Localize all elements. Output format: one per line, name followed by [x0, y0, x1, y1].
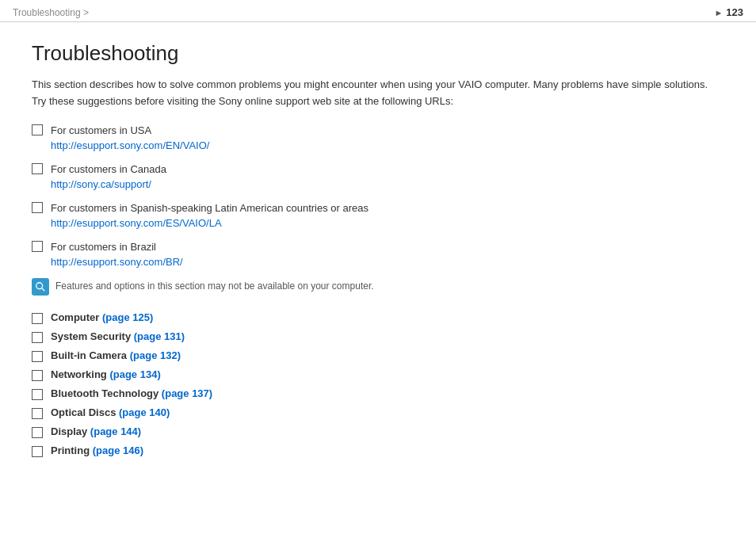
svg-line-1 [42, 288, 45, 291]
support-link-label: For customers in Spanish-speaking Latin … [51, 202, 368, 214]
nav-item-label: Printing (page 146) [51, 444, 143, 456]
nav-item-label: Computer (page 125) [51, 311, 153, 323]
checkbox-icon [32, 427, 43, 438]
checkbox-icon [32, 389, 43, 400]
support-link-label: For customers in USA [51, 124, 151, 136]
nav-item-label: Built-in Camera (page 132) [51, 349, 181, 361]
checkbox-icon [32, 351, 43, 362]
nav-item: Built-in Camera (page 132) [32, 349, 724, 362]
note-section: Features and options in this section may… [32, 278, 724, 296]
checkbox-icon [32, 313, 43, 324]
nav-item: Display (page 144) [32, 425, 724, 438]
magnifier-icon [35, 281, 46, 292]
svg-point-0 [36, 282, 43, 288]
nav-item-page-link[interactable]: (page 125) [102, 311, 153, 323]
note-text: Features and options in this section may… [55, 280, 374, 292]
nav-item-page-link[interactable]: (page 140) [119, 406, 170, 418]
nav-item-page-link[interactable]: (page 131) [134, 330, 185, 342]
nav-item-page-link[interactable]: (page 134) [109, 368, 160, 380]
nav-item-label: Networking (page 134) [51, 368, 161, 380]
checkbox-icon [32, 163, 43, 174]
nav-item-page-link[interactable]: (page 137) [162, 387, 212, 399]
nav-item: Optical Discs (page 140) [32, 406, 724, 419]
main-content: Troubleshooting This section describes h… [0, 22, 756, 487]
list-item-content: For customers in Canadahttp://sony.ca/su… [51, 162, 166, 193]
list-item: For customers in Brazilhttp://esupport.s… [32, 239, 724, 270]
nav-item: Computer (page 125) [32, 311, 724, 324]
nav-item-page-link[interactable]: (page 144) [90, 425, 141, 437]
support-link-label: For customers in Brazil [51, 241, 156, 253]
list-item-content: For customers in Brazilhttp://esupport.s… [51, 239, 183, 270]
nav-item-label: System Security (page 131) [51, 330, 185, 342]
support-url[interactable]: http://esupport.sony.com/EN/VAIO/ [51, 139, 209, 151]
note-icon [32, 278, 49, 296]
checkbox-icon [32, 408, 43, 419]
support-link-label: For customers in Canada [51, 163, 166, 175]
list-item: For customers in Canadahttp://sony.ca/su… [32, 162, 724, 193]
nav-item-label: Bluetooth Technology (page 137) [51, 387, 212, 399]
support-url[interactable]: http://esupport.sony.com/ES/VAIO/LA [51, 217, 222, 229]
checkbox-icon [32, 241, 43, 252]
page-number: 123 [726, 6, 743, 18]
nav-item-label: Optical Discs (page 140) [51, 406, 170, 418]
checkbox-icon [32, 370, 43, 381]
page-number-container: ► 123 [714, 6, 743, 18]
support-links-list: For customers in USAhttp://esupport.sony… [32, 123, 724, 270]
list-item: For customers in Spanish-speaking Latin … [32, 200, 724, 231]
list-item-content: For customers in Spanish-speaking Latin … [51, 200, 368, 231]
list-item-content: For customers in USAhttp://esupport.sony… [51, 123, 209, 154]
intro-paragraph: This section describes how to solve comm… [32, 77, 724, 110]
arrow-right-icon: ► [714, 8, 723, 17]
page-title: Troubleshooting [32, 41, 724, 66]
nav-item: System Security (page 131) [32, 330, 724, 343]
checkbox-icon [32, 202, 43, 213]
navigation-links: Computer (page 125)System Security (page… [32, 311, 724, 457]
nav-item-page-link[interactable]: (page 146) [93, 444, 143, 456]
checkbox-icon [32, 332, 43, 343]
nav-item-page-link[interactable]: (page 132) [130, 349, 181, 361]
support-url[interactable]: http://esupport.sony.com/BR/ [51, 256, 183, 268]
checkbox-icon [32, 446, 43, 457]
list-item: For customers in USAhttp://esupport.sony… [32, 123, 724, 154]
nav-item: Networking (page 134) [32, 368, 724, 381]
checkbox-icon [32, 124, 43, 135]
nav-item: Printing (page 146) [32, 444, 724, 457]
breadcrumb: Troubleshooting > [13, 7, 89, 18]
nav-item: Bluetooth Technology (page 137) [32, 387, 724, 400]
header-bar: Troubleshooting > ► 123 [0, 0, 756, 22]
nav-item-label: Display (page 144) [51, 425, 141, 437]
support-url[interactable]: http://sony.ca/support/ [51, 178, 151, 190]
